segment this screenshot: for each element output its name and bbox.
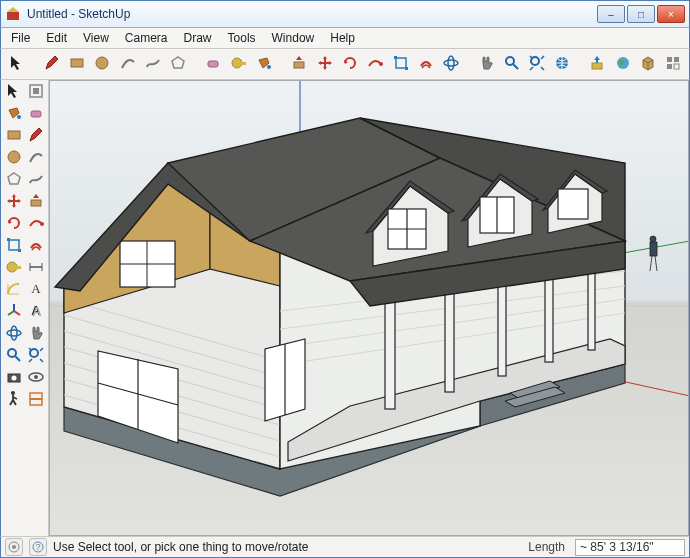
offset-tool[interactable] (25, 236, 46, 257)
zoom-extents-tool[interactable] (525, 52, 548, 76)
geolocation-button[interactable] (5, 538, 23, 556)
svg-line-48 (8, 311, 14, 315)
3d-viewport[interactable] (49, 80, 689, 536)
circle-icon (5, 148, 23, 169)
move-tool[interactable] (3, 192, 24, 213)
poly-icon (169, 54, 187, 75)
section-plane-tool[interactable] (25, 390, 46, 411)
follow-me-tool[interactable] (364, 52, 387, 76)
freehand-tool[interactable] (141, 52, 164, 76)
arc-tool[interactable] (116, 52, 139, 76)
svg-rect-39 (16, 266, 21, 269)
svg-rect-13 (405, 67, 408, 70)
bucket-icon (5, 104, 23, 125)
follow-me-tool[interactable] (25, 214, 46, 235)
scale-icon (392, 54, 410, 75)
circle-tool[interactable] (3, 148, 24, 169)
svg-point-6 (232, 58, 242, 68)
move-tool[interactable] (313, 52, 336, 76)
bucket-icon (255, 54, 273, 75)
zoom-icon (5, 346, 23, 367)
svg-line-47 (14, 311, 20, 315)
minimize-button[interactable]: – (597, 5, 625, 23)
rotate-tool[interactable] (338, 52, 361, 76)
tape-measure-tool[interactable] (227, 52, 250, 76)
position-camera[interactable] (3, 368, 24, 389)
walk-tool[interactable] (3, 390, 24, 411)
rectangle-tool[interactable] (3, 126, 24, 147)
line-tool[interactable] (40, 52, 63, 76)
menu-view[interactable]: View (75, 29, 117, 47)
line-tool[interactable] (25, 126, 46, 147)
eraser-tool[interactable] (25, 104, 46, 125)
freehand-tool[interactable] (25, 170, 46, 191)
push-pull-tool[interactable] (25, 192, 46, 213)
zoom-extents-tool[interactable] (25, 346, 46, 367)
orbit-icon (5, 324, 23, 345)
get-models-tool[interactable] (551, 52, 574, 76)
preview-tool[interactable] (636, 52, 659, 76)
move-icon (316, 54, 334, 75)
menu-tools[interactable]: Tools (220, 29, 264, 47)
orbit-tool[interactable] (440, 52, 463, 76)
scale-tool[interactable] (3, 236, 24, 257)
maximize-button[interactable]: □ (627, 5, 655, 23)
eraser-icon (204, 54, 222, 75)
paint-bucket-tool[interactable] (3, 104, 24, 125)
eraser-tool[interactable] (202, 52, 225, 76)
polygon-tool[interactable] (3, 170, 24, 191)
menu-help[interactable]: Help (322, 29, 363, 47)
svg-rect-35 (9, 240, 19, 250)
circle-tool[interactable] (91, 52, 114, 76)
svg-marker-4 (172, 57, 184, 68)
orbit-icon (442, 54, 460, 75)
dim-icon (27, 258, 45, 279)
menu-file[interactable]: File (3, 29, 38, 47)
rectangle-tool[interactable] (65, 52, 88, 76)
svg-rect-24 (667, 64, 672, 69)
zoom-tool[interactable] (3, 346, 24, 367)
freehand-icon (27, 170, 45, 191)
axes-tool[interactable] (3, 302, 24, 323)
paint-bucket-tool[interactable] (252, 52, 275, 76)
svg-rect-37 (18, 249, 21, 252)
close-button[interactable]: × (657, 5, 685, 23)
svg-rect-33 (31, 200, 41, 206)
text-tool[interactable]: A (25, 280, 46, 301)
tape-icon (5, 258, 23, 279)
look-around-tool[interactable] (25, 368, 46, 389)
measurements-box[interactable]: ~ 85' 3 13/16" (575, 539, 685, 556)
push-pull-tool[interactable] (288, 52, 311, 76)
add-location-tool[interactable] (611, 52, 634, 76)
help-button[interactable]: ? (29, 538, 47, 556)
arc-tool[interactable] (25, 148, 46, 169)
menu-window[interactable]: Window (264, 29, 323, 47)
orbit-tool[interactable] (3, 324, 24, 345)
svg-rect-7 (241, 62, 246, 65)
share-model-tool[interactable] (586, 52, 609, 76)
make-component[interactable] (25, 82, 46, 103)
scale-tool[interactable] (389, 52, 412, 76)
polygon-tool[interactable] (167, 52, 190, 76)
svg-rect-30 (8, 131, 20, 139)
svg-rect-36 (7, 238, 10, 241)
zoom-tool[interactable] (500, 52, 523, 76)
pencil-icon (43, 54, 61, 75)
rotate-tool[interactable] (3, 214, 24, 235)
dimension-tool[interactable] (25, 258, 46, 279)
offset-tool[interactable] (414, 52, 437, 76)
select-tool[interactable] (5, 52, 28, 76)
app-icon (5, 6, 21, 22)
svg-text:A: A (31, 281, 41, 296)
poly-icon (5, 170, 23, 191)
tape-measure-tool[interactable] (3, 258, 24, 279)
3d-text-tool[interactable]: AA (25, 302, 46, 323)
menu-edit[interactable]: Edit (38, 29, 75, 47)
pan-tool[interactable] (25, 324, 46, 345)
menu-draw[interactable]: Draw (176, 29, 220, 47)
select-tool[interactable] (3, 82, 24, 103)
extensions-tool[interactable] (662, 52, 685, 76)
menu-camera[interactable]: Camera (117, 29, 176, 47)
protractor-tool[interactable] (3, 280, 24, 301)
pan-tool[interactable] (475, 52, 498, 76)
